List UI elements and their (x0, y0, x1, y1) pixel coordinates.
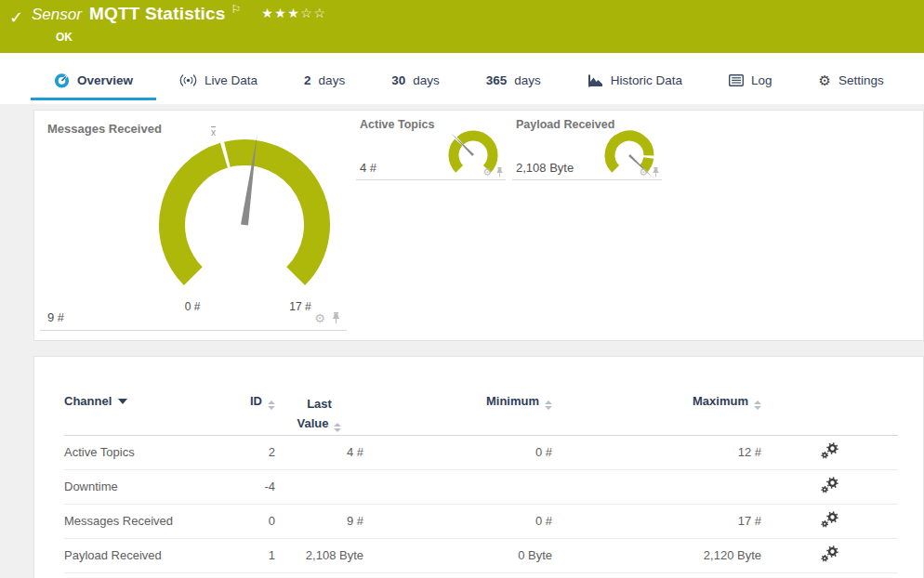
sort-icon[interactable] (754, 401, 761, 410)
table-row[interactable]: Messages Received 0 9 # 0 # 17 # (64, 504, 898, 538)
cell-id: -4 (199, 469, 275, 504)
gauge-current-value: 4 # (360, 161, 376, 175)
settings-gear-icon: ⚙ (819, 73, 831, 87)
status-badge: OK (56, 31, 73, 44)
gauges-card: Messages Received x 0 # 17 # 9 # ⚙ Activ… (33, 110, 924, 341)
tab-label: days (514, 73, 541, 87)
column-header-maximum[interactable]: Maximum (552, 390, 761, 435)
pin-icon[interactable] (495, 167, 504, 177)
sort-icon[interactable] (545, 401, 552, 410)
tab-2-days[interactable]: 2 days (281, 63, 368, 100)
messages-received-gauge (40, 116, 347, 325)
edit-channel-gears-icon[interactable] (820, 511, 839, 529)
tab-number: 2 (304, 73, 311, 87)
cell-maximum (552, 469, 761, 504)
cell-minimum: 0 Byte (363, 538, 552, 572)
table-row[interactable]: Downtime -4 (64, 469, 898, 504)
historic-chart-icon (587, 74, 603, 87)
gauge-min-label: 0 # (172, 300, 213, 313)
cell-last-value: 2,108 Byte (275, 538, 363, 572)
tab-number: 30 (391, 73, 405, 87)
sort-icon[interactable] (334, 423, 341, 432)
gauge-payload-received[interactable]: Payload Received 2,108 Byte ⚙ (512, 118, 662, 180)
page-title: MQTT Statistics (89, 4, 226, 24)
cell-minimum: 0 # (363, 435, 552, 469)
gauge-current-value: 9 # (47, 310, 64, 324)
gauge-title: Messages Received (47, 122, 162, 136)
edit-channel-gears-icon[interactable] (820, 545, 839, 563)
cell-last-value: 4 # (275, 435, 363, 469)
table-row[interactable]: Payload Received 1 2,108 Byte 0 Byte 2,1… (64, 538, 898, 572)
cell-channel: Messages Received (64, 504, 199, 538)
tab-label: Settings (838, 73, 884, 87)
priority-stars[interactable]: ★★★☆☆ (261, 6, 326, 20)
sort-desc-icon[interactable] (118, 399, 127, 404)
content-area: Messages Received x 0 # 17 # 9 # ⚙ Activ… (0, 104, 924, 578)
log-icon (729, 74, 744, 86)
status-ok-check-icon: ✓ (9, 7, 23, 28)
column-header-last-value[interactable]: Last Value (275, 390, 363, 435)
table-header-row: Channel ID Last Value Minimum Maximum (64, 390, 898, 435)
cell-maximum: 2,120 Byte (552, 538, 761, 572)
gauge-active-topics[interactable]: Active Topics 4 # ⚙ (356, 118, 506, 180)
tab-live-data[interactable]: Live Data (156, 63, 281, 100)
widget-gear-icon[interactable]: ⚙ (482, 167, 492, 177)
cell-last-value (275, 469, 363, 504)
sensor-header: ✓ Sensor MQTT Statistics ⚐ ★★★☆☆ OK (0, 0, 924, 53)
column-header-id[interactable]: ID (199, 390, 275, 435)
cell-channel: Active Topics (64, 435, 199, 469)
widget-gear-icon[interactable]: ⚙ (314, 312, 325, 324)
edit-channel-gears-icon[interactable] (820, 442, 839, 460)
pin-icon[interactable] (331, 312, 341, 324)
column-header-minimum[interactable]: Minimum (363, 390, 552, 435)
gauge-current-value: 2,108 Byte (516, 161, 574, 175)
tab-label: Historic Data (611, 73, 682, 87)
cell-last-value: 9 # (275, 504, 363, 538)
tab-label: Live Data (205, 73, 257, 87)
cell-minimum (363, 469, 552, 504)
gauge-messages-received[interactable]: Messages Received x 0 # 17 # 9 # ⚙ (40, 116, 347, 331)
tab-historic-data[interactable]: Historic Data (564, 63, 706, 100)
cell-channel: Downtime (64, 469, 199, 504)
cell-id: 2 (199, 435, 275, 469)
tab-30-days[interactable]: 30 days (368, 63, 463, 100)
sort-icon[interactable] (268, 401, 275, 410)
tab-number: 365 (486, 73, 508, 87)
cell-maximum: 17 # (552, 504, 761, 538)
table-row[interactable]: Active Topics 2 4 # 0 # 12 # (64, 435, 898, 469)
tab-bar: Overview Live Data 2 days 30 days 365 da… (0, 53, 924, 104)
tab-overview[interactable]: Overview (31, 63, 156, 100)
gauge-title: Active Topics (360, 118, 434, 131)
channels-table: Channel ID Last Value Minimum Maximum (64, 390, 898, 573)
live-data-icon (179, 74, 197, 86)
widget-gear-icon[interactable]: ⚙ (639, 167, 648, 177)
tab-settings[interactable]: ⚙ Settings (796, 63, 907, 100)
cell-maximum: 12 # (552, 435, 761, 469)
tab-label: Log (751, 73, 772, 87)
gauge-icon (54, 72, 70, 88)
cell-id: 0 (199, 504, 275, 538)
tab-log[interactable]: Log (706, 63, 796, 100)
gauge-title: Payload Received (516, 118, 614, 131)
pin-icon[interactable] (652, 167, 660, 177)
average-marker-label: x (211, 127, 216, 138)
tab-label: days (319, 73, 346, 87)
edit-channel-gears-icon[interactable] (820, 477, 839, 494)
column-header-channel[interactable]: Channel (64, 390, 199, 435)
cell-channel: Payload Received (64, 538, 199, 572)
tab-label: Overview (77, 73, 133, 87)
tab-label: days (413, 73, 440, 87)
cell-minimum: 0 # (363, 504, 552, 538)
tab-365-days[interactable]: 365 days (463, 63, 564, 100)
sensor-titlebar: Sensor MQTT Statistics ⚐ ★★★☆☆ (32, 4, 326, 24)
object-type-label: Sensor (32, 6, 82, 24)
channels-card: Channel ID Last Value Minimum Maximum (33, 356, 924, 578)
cell-id: 1 (199, 538, 275, 572)
flag-icon[interactable]: ⚐ (231, 3, 241, 16)
